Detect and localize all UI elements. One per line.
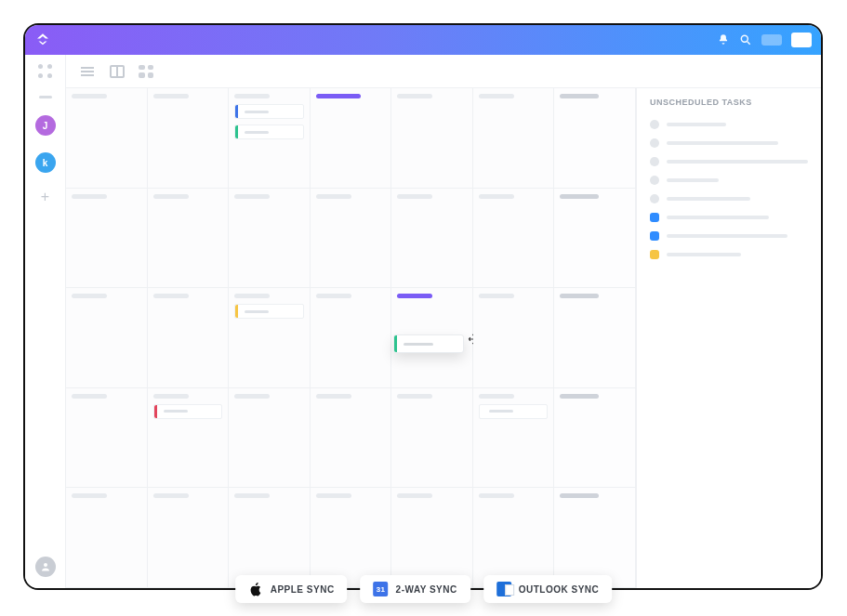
unscheduled-task[interactable]: [650, 157, 808, 166]
calendar-event[interactable]: [234, 304, 304, 319]
user-avatar-k[interactable]: k: [35, 152, 56, 173]
calendar-cell[interactable]: [473, 189, 555, 289]
calendar-grid[interactable]: [66, 88, 637, 588]
calendar-event[interactable]: [234, 104, 304, 119]
day-marker: [72, 194, 107, 199]
calendar-cell[interactable]: [391, 488, 473, 588]
svg-point-0: [741, 35, 748, 42]
google-sync-chip[interactable]: 31 2-WAY SYNC: [361, 575, 470, 603]
calendar-cell[interactable]: [554, 88, 636, 189]
calendar-cell[interactable]: [311, 388, 392, 489]
apple-icon: [248, 582, 263, 596]
calendar-cell[interactable]: [148, 88, 230, 189]
outlook-sync-label: OUTLOOK SYNC: [519, 584, 600, 595]
unscheduled-task[interactable]: [650, 120, 808, 129]
dragging-event[interactable]: [393, 334, 464, 353]
day-marker: [560, 194, 599, 199]
bell-icon[interactable]: [717, 33, 730, 46]
calendar-cell[interactable]: [391, 88, 473, 189]
day-marker: [316, 394, 351, 399]
header-pill-1[interactable]: [761, 34, 782, 46]
calendar-cell[interactable]: [229, 189, 311, 289]
status-dot-icon: [650, 157, 659, 166]
calendar-cell[interactable]: [311, 488, 392, 588]
calendar-cell[interactable]: [66, 388, 148, 489]
profile-icon[interactable]: [35, 557, 56, 577]
unscheduled-title: UNSCHEDULED TASKS: [650, 98, 808, 107]
yellow-priority-icon: [650, 250, 659, 259]
day-marker: [234, 194, 270, 199]
add-space-button[interactable]: +: [41, 190, 49, 204]
day-marker: [234, 294, 270, 298]
calendar-cell[interactable]: [66, 189, 148, 289]
header-pill-2[interactable]: [791, 33, 812, 47]
board-view-icon[interactable]: [109, 65, 126, 78]
unscheduled-task[interactable]: [650, 213, 808, 222]
calendar-cell[interactable]: [229, 88, 311, 189]
calendar-cell[interactable]: [229, 488, 311, 588]
calendar-cell[interactable]: [473, 388, 555, 489]
calendar-event[interactable]: [153, 404, 223, 419]
calendar-cell[interactable]: [66, 88, 148, 189]
task-title-placeholder: [667, 253, 741, 256]
apple-sync-label: APPLE SYNC: [271, 584, 335, 595]
unscheduled-task[interactable]: [650, 231, 808, 241]
calendar-cell[interactable]: [148, 388, 230, 489]
task-title-placeholder: [667, 234, 787, 238]
grid-view-icon[interactable]: [139, 65, 153, 78]
calendar-cell[interactable]: [391, 189, 473, 289]
calendar-cell[interactable]: [391, 288, 473, 388]
calendar-cell[interactable]: [554, 288, 636, 388]
day-marker: [397, 94, 432, 98]
sidebar-divider: [39, 96, 52, 98]
unscheduled-task[interactable]: [650, 176, 808, 185]
calendar-cell[interactable]: [554, 388, 636, 489]
day-marker: [234, 394, 270, 399]
calendar-cell[interactable]: [66, 488, 148, 588]
calendar-cell[interactable]: [311, 88, 392, 189]
unscheduled-task[interactable]: [650, 194, 808, 203]
day-marker: [316, 294, 351, 298]
calendar-cell[interactable]: [148, 288, 230, 388]
unscheduled-task[interactable]: [650, 138, 808, 148]
svg-point-2: [44, 563, 47, 567]
calendar-cell[interactable]: [311, 189, 392, 289]
calendar-cell[interactable]: [148, 488, 230, 588]
apple-sync-chip[interactable]: APPLE SYNC: [235, 575, 348, 603]
calendar-event[interactable]: [479, 404, 549, 419]
clickup-logo-icon: [34, 32, 51, 48]
calendar-cell[interactable]: [391, 388, 473, 489]
calendar-cell[interactable]: [148, 189, 230, 289]
outlook-sync-chip[interactable]: OUTLOOK SYNC: [483, 575, 613, 603]
unscheduled-task[interactable]: [650, 250, 808, 259]
calendar-cell[interactable]: [473, 488, 555, 588]
svg-line-1: [748, 42, 750, 45]
calendar-cell[interactable]: [66, 288, 148, 388]
calendar-cell[interactable]: [554, 189, 636, 289]
day-marker: [397, 294, 432, 298]
task-title-placeholder: [667, 123, 726, 126]
calendar-cell[interactable]: [229, 288, 311, 388]
calendar-cell[interactable]: [473, 288, 555, 388]
day-marker: [316, 194, 351, 199]
left-sidebar: J k +: [25, 55, 66, 588]
calendar-cell[interactable]: [473, 88, 555, 189]
day-marker: [397, 194, 432, 199]
unscheduled-panel: UNSCHEDULED TASKS: [637, 88, 821, 588]
status-dot-icon: [650, 194, 659, 203]
day-marker: [479, 394, 514, 399]
calendar-event[interactable]: [234, 125, 304, 139]
day-marker: [479, 294, 514, 298]
user-avatar-j[interactable]: J: [35, 115, 56, 136]
calendar-cell[interactable]: [311, 288, 392, 388]
calendar-cell[interactable]: [554, 488, 636, 588]
outlook-icon: [496, 582, 511, 596]
search-icon[interactable]: [739, 33, 752, 46]
task-title-placeholder: [667, 178, 719, 182]
list-view-icon[interactable]: [79, 65, 96, 78]
apps-icon[interactable]: [38, 64, 53, 79]
calendar-cell[interactable]: [229, 388, 311, 489]
day-marker: [72, 94, 107, 98]
day-marker: [72, 394, 107, 399]
day-marker: [153, 493, 189, 498]
